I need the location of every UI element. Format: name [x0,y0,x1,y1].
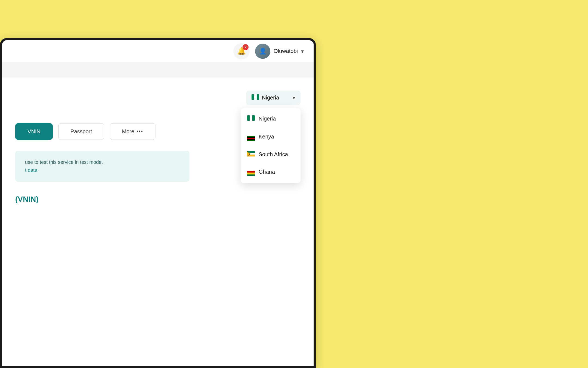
country-selector-wrapper: Nigeria ▾ Nigeria [246,91,301,105]
main-content: Nigeria ▾ Nigeria [2,77,314,366]
info-box: use to test this service in test mode. t… [15,151,189,182]
nigeria-flag-icon [247,115,255,122]
selected-country-label: Nigeria [262,95,279,101]
avatar: 👤 [255,44,270,59]
user-profile[interactable]: 👤 Oluwatobi ▾ [255,44,304,59]
south-africa-flag-icon [247,151,255,158]
section-title: (VNIN) [15,195,301,204]
chevron-down-icon: ▾ [301,48,304,55]
avatar-image: 👤 [255,44,270,59]
tab-more[interactable]: More ••• [110,123,155,140]
dropdown-item-kenya[interactable]: Kenya [241,127,301,146]
more-dots-icon: ••• [136,129,143,134]
tab-vnin[interactable]: VNIN [15,123,53,140]
info-link[interactable]: t data [25,167,37,173]
header: 🔔 2 👤 Oluwatobi ▾ [2,40,314,62]
dropdown-item-south-africa[interactable]: South Africa [241,146,301,163]
country-dropdown: Nigeria Kenya [241,108,301,183]
info-text: use to test this service in test mode. t… [25,158,180,174]
notification-button[interactable]: 🔔 2 [233,43,250,59]
selected-flag-icon [252,94,259,101]
nigeria-label: Nigeria [259,116,276,122]
south-africa-label: South Africa [259,151,288,158]
device-frame: 🔔 2 👤 Oluwatobi ▾ Ni [0,38,316,368]
dropdown-item-ghana[interactable]: Ghana [241,163,301,181]
chevron-down-icon: ▾ [293,95,295,101]
ghana-flag-icon [247,168,255,176]
ghana-label: Ghana [259,169,275,175]
tab-passport[interactable]: Passport [58,123,104,140]
sub-header [2,62,314,77]
kenya-flag-icon [247,132,255,141]
kenya-label: Kenya [259,134,274,140]
tab-more-label: More [122,128,134,135]
info-text-content: use to test this service in test mode. [25,159,103,165]
dropdown-item-nigeria[interactable]: Nigeria [241,110,301,127]
notification-badge: 2 [243,44,249,50]
country-selector-button[interactable]: Nigeria ▾ [246,91,301,105]
user-name: Oluwatobi [274,48,298,54]
